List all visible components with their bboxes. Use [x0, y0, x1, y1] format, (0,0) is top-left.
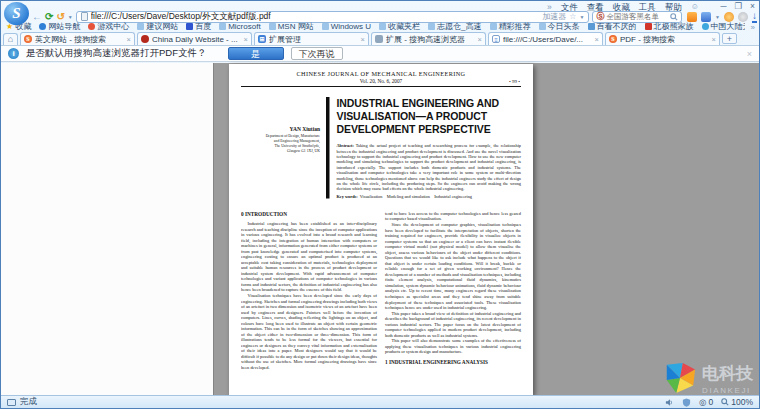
- tab-close-icon[interactable]: ×: [361, 35, 365, 44]
- journal-name: CHINESE JOURNAL OF MECHANICAL ENGINEERIN…: [241, 70, 521, 78]
- magnifier-icon[interactable]: [670, 13, 678, 21]
- shield-icon[interactable]: [682, 398, 691, 407]
- later-button[interactable]: 下次再说: [291, 47, 343, 60]
- status-text: 完成: [20, 396, 37, 408]
- journal-page-number: • 99 •: [509, 79, 520, 85]
- url-input[interactable]: [91, 12, 540, 22]
- tab-pdf-search[interactable]: S PDF - 搜狗搜索 ×: [605, 32, 720, 45]
- bookmark-item[interactable]: 网站导航: [39, 22, 80, 31]
- sogou-search-icon: Ⓢ: [596, 11, 604, 22]
- site-icon: [588, 23, 595, 30]
- compass-icon: [39, 23, 46, 30]
- bookmark-item[interactable]: 收藏夹栏: [379, 22, 420, 31]
- restore-closed-tab-button[interactable]: ↺: [56, 11, 64, 22]
- zoom-control[interactable]: 100%: [721, 397, 753, 407]
- author-block: YAN Xiutian Department of Design, Manufa…: [241, 97, 325, 199]
- left-column: 0 INTRODUCTION Industrial engineering ha…: [241, 211, 377, 371]
- skin-center-icon[interactable]: [701, 12, 711, 22]
- bookmark-item[interactable]: 精彩推荐: [490, 22, 531, 31]
- blocked-icon: ◎: [699, 397, 706, 407]
- extension-favicon: ⊞: [258, 35, 266, 43]
- bookmark-star-icon[interactable]: ☆: [569, 12, 576, 21]
- title-divider-bar: [326, 97, 330, 199]
- site-icon: [539, 23, 546, 30]
- tab-extensions-store[interactable]: 扩展 - 搜狗高速浏览器 ×: [371, 32, 486, 45]
- status-bar: 完成 ◎0 100%: [1, 395, 759, 408]
- tab-close-icon[interactable]: ×: [127, 35, 131, 44]
- game-icon: [88, 23, 95, 30]
- tab-pdf-file-active[interactable]: ≡ file:///C:/Users/Dave/... ×: [488, 32, 603, 45]
- address-dropdown-icon[interactable]: ▼: [579, 14, 584, 20]
- paper-title: INDUSTRIAL ENGINEERING AND VISUALISATION…: [337, 97, 522, 135]
- author-name: YAN Xiutian: [241, 126, 320, 132]
- bookmark-item[interactable]: 中国大陆无: [702, 22, 745, 31]
- search-input[interactable]: [606, 12, 668, 21]
- site-icon: [428, 23, 435, 30]
- restore-dropdown-icon[interactable]: ▼: [68, 14, 73, 20]
- bookmark-item[interactable]: 百度: [186, 22, 211, 31]
- site-icon: [702, 23, 709, 30]
- section-heading-intro: 0 INTRODUCTION: [241, 211, 377, 218]
- tab-china-daily[interactable]: China Daily Website - ... ×: [137, 32, 252, 45]
- sogou-logo-icon[interactable]: S: [4, 2, 29, 25]
- tab-close-icon[interactable]: ×: [478, 35, 482, 44]
- right-column: tend to have less access to the computer…: [385, 211, 521, 371]
- skin-dropdown-icon[interactable]: ▼: [715, 14, 720, 20]
- site-icon: [379, 23, 386, 30]
- site-icon: [645, 23, 652, 30]
- header-rule: [241, 86, 521, 87]
- site-icon: [219, 23, 226, 30]
- bookmark-item[interactable]: 建议网站: [137, 22, 178, 31]
- bookmark-item[interactable]: Windows U: [322, 22, 371, 31]
- diankeji-watermark: 电科技 DIANKEJI: [663, 361, 753, 395]
- site-icon: [322, 23, 329, 30]
- monitor-icon: [7, 399, 16, 406]
- bookmark-item[interactable]: 游戏中心: [88, 22, 129, 31]
- puzzle-favicon: [375, 35, 383, 43]
- accelerator-label[interactable]: 加速器: [542, 11, 566, 22]
- pdf-side-panel: [1, 63, 214, 395]
- pdf-viewer[interactable]: CHINESE JOURNAL OF MECHANICAL ENGINEERIN…: [1, 63, 759, 395]
- zoom-magnifier-icon: [721, 398, 729, 406]
- download-manager-icon[interactable]: ↓: [752, 11, 757, 23]
- pdf-default-prompt-bar: i 是否默认用搜狗高速浏览器打开PDF文件？ 是 下次再说 ×: [1, 45, 759, 62]
- tools-wrench-icon[interactable]: [724, 12, 734, 22]
- bookmark-item[interactable]: 今日头条: [539, 22, 580, 31]
- home-button[interactable]: ⌂: [3, 33, 18, 45]
- paper-abstract: Abstract: Taking the actual project of t…: [337, 143, 522, 192]
- bookmark-item[interactable]: Microsoft: [219, 22, 260, 31]
- back-button[interactable]: ←: [32, 11, 42, 22]
- page-security-icon: [81, 12, 88, 21]
- tab-english-sites[interactable]: S 英文网站 - 搜狗搜索 ×: [20, 32, 135, 45]
- tab-close-icon[interactable]: ×: [712, 35, 716, 44]
- new-tab-button[interactable]: +: [722, 33, 737, 44]
- tab-close-icon[interactable]: ×: [244, 35, 248, 44]
- paper-keywords: Key words: Visualization Modeling and si…: [337, 194, 522, 199]
- site-icon: [137, 23, 144, 30]
- search-box[interactable]: Ⓢ: [592, 11, 682, 23]
- watermark-cn: 电科技: [702, 362, 753, 385]
- info-icon: i: [8, 48, 19, 59]
- promotion-icon[interactable]: [687, 12, 697, 22]
- watermark-en: DIANKEJI: [702, 386, 753, 395]
- bookmark-item[interactable]: 北极熊家族: [645, 22, 694, 31]
- bookmark-item[interactable]: 百看不厌的: [588, 22, 637, 31]
- bookmarks-bar: ★ 收藏 网站导航 游戏中心 建议网站 百度 Microsoft MSN 网站 …: [6, 22, 745, 31]
- ad-block-counter[interactable]: ◎0: [699, 397, 713, 407]
- tab-strip: ⌂ S 英文网站 - 搜狗搜索 × China Daily Website - …: [3, 31, 757, 45]
- sogou-favicon: S: [609, 35, 617, 43]
- address-bar[interactable]: 加速器 ☆ ▼: [76, 11, 590, 23]
- yes-button[interactable]: 是: [228, 47, 284, 60]
- refresh-button[interactable]: ⟳: [45, 11, 53, 22]
- bookmark-item[interactable]: 志愿仓_高速: [428, 22, 481, 31]
- speaker-icon[interactable]: [665, 398, 674, 407]
- tab-extension-manager[interactable]: ⊞ 扩展管理 ×: [254, 32, 369, 45]
- notification-message: 是否默认用搜狗高速浏览器打开PDF文件？: [26, 47, 207, 60]
- tab-close-icon[interactable]: ×: [595, 35, 599, 44]
- incognito-icon[interactable]: [738, 12, 748, 22]
- bookmark-item[interactable]: MSN 网站: [269, 22, 314, 31]
- notification-close-icon[interactable]: ×: [747, 49, 752, 59]
- zoom-level: 100%: [731, 397, 753, 407]
- pinwheel-logo-icon: [663, 361, 697, 395]
- journal-issue: Vol. 20, No. 6, 2007 • 99 •: [241, 79, 521, 85]
